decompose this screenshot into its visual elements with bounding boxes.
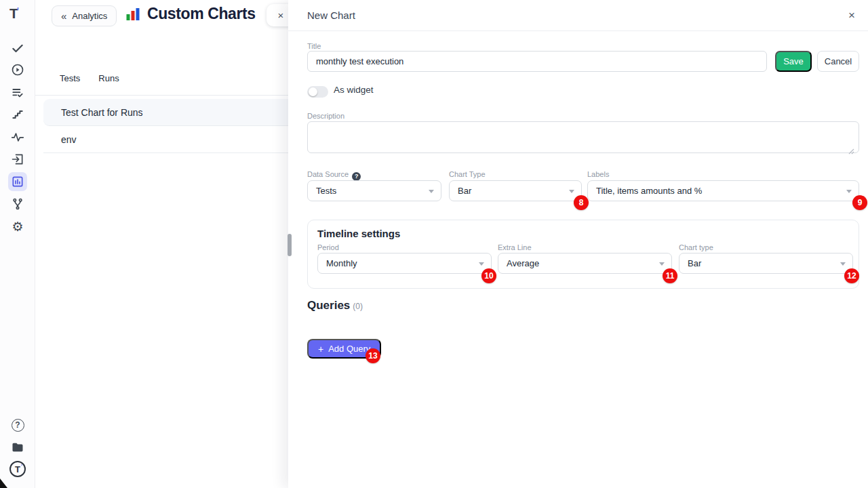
back-to-analytics-button[interactable]: « Analytics bbox=[52, 5, 117, 26]
drawer-close-button[interactable]: × bbox=[846, 8, 858, 22]
data-source-select[interactable]: Tests bbox=[307, 180, 441, 201]
description-field-label: Description bbox=[307, 112, 344, 120]
help-icon: ? bbox=[12, 419, 24, 432]
drawer-title: New Chart bbox=[307, 9, 355, 21]
panel-title-row: Custom Charts bbox=[125, 5, 256, 23]
tab-runs[interactable]: Runs bbox=[98, 73, 119, 83]
extra-line-select[interactable]: Average bbox=[498, 253, 672, 274]
plus-icon: + bbox=[318, 344, 323, 354]
sidebar-item-imports[interactable] bbox=[8, 150, 27, 169]
chart-type-label: Chart Type bbox=[449, 170, 486, 178]
sidebar-item-branches[interactable] bbox=[8, 195, 27, 214]
gear-icon: ⚙ bbox=[12, 220, 23, 233]
folder-icon bbox=[11, 441, 24, 454]
description-textarea[interactable] bbox=[307, 121, 859, 153]
colored-bar-chart-icon bbox=[125, 6, 141, 22]
chart-list-tabs: Tests Runs bbox=[60, 73, 119, 83]
title-input[interactable] bbox=[307, 51, 767, 72]
sidebar-item-plans[interactable] bbox=[8, 83, 27, 102]
chart-type-select[interactable]: Bar bbox=[449, 180, 582, 201]
back-button-label: Analytics bbox=[72, 11, 107, 21]
labels-label: Labels bbox=[587, 170, 609, 178]
bar-chart-icon bbox=[11, 175, 24, 188]
sidebar-item-analytics[interactable] bbox=[8, 172, 27, 191]
timeline-chart-type-select[interactable]: Bar bbox=[679, 253, 853, 274]
new-chart-drawer: New Chart × Title Save Cancel As widget … bbox=[288, 0, 868, 488]
period-select[interactable]: Monthly bbox=[317, 253, 492, 274]
annotation-badge-13: 13 bbox=[366, 348, 380, 363]
queries-heading: Queries(0) bbox=[307, 299, 363, 312]
page-title: Custom Charts bbox=[147, 5, 256, 23]
add-query-label: Add Query bbox=[328, 344, 370, 354]
check-icon bbox=[11, 41, 24, 55]
chevrons-left-icon: « bbox=[61, 10, 66, 22]
sidebar-item-runs[interactable] bbox=[8, 60, 27, 79]
period-value: Monthly bbox=[326, 258, 357, 268]
app-logo[interactable]: T' bbox=[9, 5, 19, 22]
caret-down-icon bbox=[569, 190, 574, 193]
timeline-settings-heading: Timeline settings bbox=[317, 228, 400, 239]
sidebar-item-pulse[interactable] bbox=[8, 127, 27, 146]
caret-down-icon bbox=[479, 262, 484, 266]
chart-type-value: Bar bbox=[458, 186, 471, 196]
caret-down-icon bbox=[846, 190, 852, 193]
sidebar-item-settings[interactable]: ⚙ bbox=[8, 217, 27, 236]
sidebar-item-help[interactable]: ? bbox=[8, 415, 27, 434]
data-source-value: Tests bbox=[316, 186, 336, 196]
as-widget-label: As widget bbox=[334, 85, 374, 95]
mouse-cursor bbox=[0, 479, 7, 488]
pulse-icon bbox=[11, 130, 24, 144]
timeline-settings-card: Timeline settings Period Extra Line Char… bbox=[307, 220, 859, 289]
import-box-icon bbox=[11, 152, 24, 166]
sidebar-item-projects[interactable] bbox=[8, 438, 27, 457]
save-button[interactable]: Save bbox=[775, 51, 812, 72]
close-icon: × bbox=[278, 9, 284, 21]
queries-count: (0) bbox=[353, 302, 363, 311]
extra-line-label: Extra Line bbox=[498, 243, 532, 251]
timeline-chart-type-label: Chart type bbox=[679, 243, 713, 251]
labels-value: Title, items amounts and % bbox=[596, 186, 702, 196]
title-field-label: Title bbox=[307, 42, 321, 50]
sidebar-item-tests[interactable] bbox=[8, 39, 27, 58]
git-branch-icon bbox=[11, 197, 24, 211]
caret-down-icon bbox=[659, 262, 665, 266]
period-label: Period bbox=[317, 243, 339, 251]
list-check-icon bbox=[11, 86, 24, 100]
sidebar-item-milestones[interactable] bbox=[8, 105, 27, 124]
avatar: T' bbox=[9, 461, 26, 477]
caret-down-icon bbox=[429, 190, 434, 193]
logo-tick-icon: ' bbox=[17, 5, 18, 16]
scrollbar-thumb[interactable] bbox=[288, 234, 292, 256]
app-root: T' ⚙ ? bbox=[0, 0, 868, 488]
stairs-icon bbox=[11, 108, 24, 121]
extra-line-value: Average bbox=[507, 258, 539, 268]
annotation-badge-11: 11 bbox=[663, 268, 677, 283]
data-source-label: Data Source? bbox=[307, 170, 361, 181]
play-circle-icon bbox=[11, 63, 24, 77]
labels-select[interactable]: Title, items amounts and % bbox=[587, 180, 859, 201]
annotation-badge-9: 9 bbox=[852, 195, 867, 210]
as-widget-toggle[interactable] bbox=[307, 86, 328, 98]
sidebar-item-account[interactable]: T' bbox=[8, 460, 27, 479]
caret-down-icon bbox=[840, 262, 846, 266]
annotation-badge-10: 10 bbox=[481, 268, 496, 283]
timeline-chart-type-value: Bar bbox=[688, 258, 701, 268]
annotation-badge-8: 8 bbox=[574, 195, 589, 210]
avatar-tick-icon: ' bbox=[21, 463, 22, 470]
toggle-knob bbox=[309, 87, 317, 96]
icon-rail: T' ⚙ ? bbox=[0, 0, 35, 488]
drawer-header: New Chart × bbox=[288, 0, 868, 31]
cancel-button[interactable]: Cancel bbox=[817, 51, 859, 72]
annotation-badge-12: 12 bbox=[844, 268, 859, 283]
data-source-help-icon[interactable]: ? bbox=[352, 172, 361, 181]
tab-tests[interactable]: Tests bbox=[60, 73, 80, 83]
